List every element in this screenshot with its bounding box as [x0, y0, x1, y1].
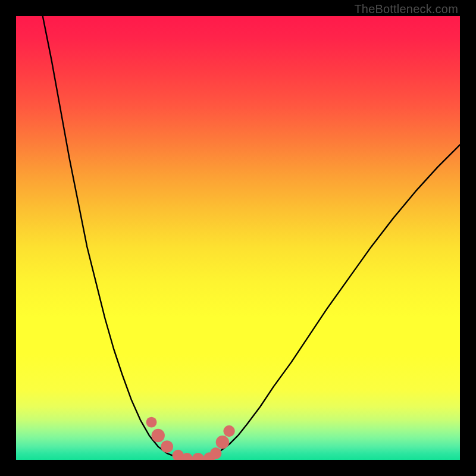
svg-rect-0	[16, 16, 460, 460]
svg-point-9	[216, 436, 229, 449]
attribution-text: TheBottleneck.com	[354, 2, 458, 16]
svg-point-3	[161, 440, 173, 453]
svg-point-8	[210, 447, 221, 459]
svg-point-10	[223, 425, 234, 437]
plot-area	[16, 16, 460, 460]
chart-frame: TheBottleneck.com	[0, 0, 476, 476]
svg-point-2	[152, 429, 165, 442]
svg-point-1	[146, 417, 157, 428]
bottleneck-chart	[16, 16, 460, 460]
